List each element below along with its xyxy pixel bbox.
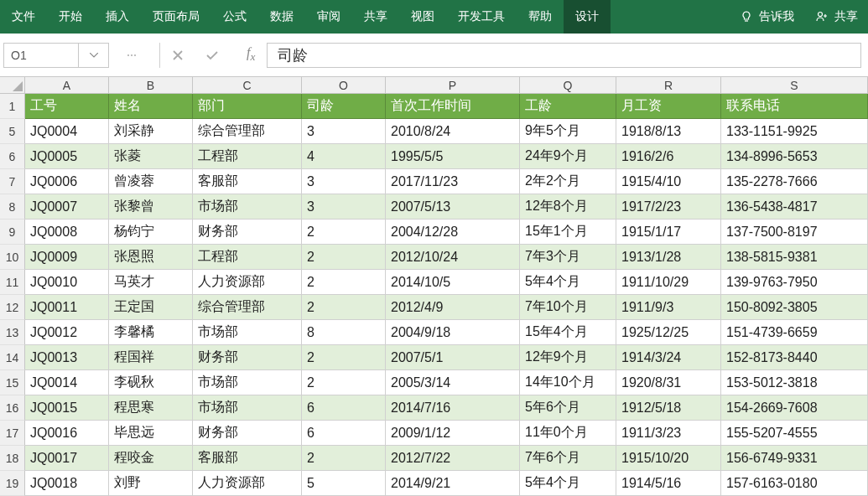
- cell[interactable]: 15年4个月: [520, 320, 616, 345]
- cell[interactable]: 人力资源部: [193, 270, 302, 295]
- row-header[interactable]: 19: [0, 471, 25, 496]
- ribbon-tab[interactable]: 帮助: [517, 0, 564, 34]
- cell[interactable]: 工程部: [193, 144, 302, 169]
- cell[interactable]: 5年6个月: [520, 395, 616, 421]
- table-header-cell[interactable]: 工龄: [520, 94, 616, 119]
- cell[interactable]: 5年4个月: [520, 471, 616, 496]
- row-header[interactable]: 10: [0, 245, 25, 270]
- cell[interactable]: 11年0个月: [520, 421, 616, 446]
- cell[interactable]: 135-2278-7666: [721, 169, 868, 194]
- column-header[interactable]: A: [25, 77, 109, 94]
- cell[interactable]: JQ0012: [25, 320, 109, 345]
- cell[interactable]: 6: [302, 421, 386, 446]
- cell[interactable]: 2: [302, 245, 386, 270]
- cell[interactable]: 155-5207-4555: [721, 421, 868, 446]
- row-header[interactable]: 8: [0, 194, 25, 220]
- cell[interactable]: 张黎曾: [109, 194, 193, 220]
- table-header-cell[interactable]: 姓名: [109, 94, 193, 119]
- ribbon-tab[interactable]: 开发工具: [446, 0, 517, 34]
- cell[interactable]: 李砚秋: [109, 370, 193, 395]
- cell[interactable]: JQ0017: [25, 446, 109, 471]
- cell[interactable]: 综合管理部: [193, 295, 302, 320]
- cell[interactable]: 4: [302, 144, 386, 169]
- cell[interactable]: 2014/9/21: [386, 471, 520, 496]
- row-header[interactable]: 16: [0, 395, 25, 421]
- column-header[interactable]: P: [386, 77, 520, 94]
- table-header-cell[interactable]: 首次工作时间: [386, 94, 520, 119]
- cell[interactable]: 138-5815-9381: [721, 245, 868, 270]
- cell[interactable]: 157-6163-0180: [721, 471, 868, 496]
- cell[interactable]: 1914/5/16: [616, 471, 721, 496]
- cell[interactable]: JQ0010: [25, 270, 109, 295]
- cell[interactable]: 李馨橘: [109, 320, 193, 345]
- row-header[interactable]: 1: [0, 94, 25, 119]
- cell[interactable]: 2007/5/13: [386, 194, 520, 220]
- ribbon-tab[interactable]: 共享: [352, 0, 399, 34]
- cell[interactable]: 2007/5/1: [386, 345, 520, 370]
- cell[interactable]: 5年4个月: [520, 270, 616, 295]
- cell[interactable]: JQ0018: [25, 471, 109, 496]
- row-header[interactable]: 13: [0, 320, 25, 345]
- table-header-cell[interactable]: 月工资: [616, 94, 721, 119]
- cell[interactable]: 2017/11/23: [386, 169, 520, 194]
- cell[interactable]: 2: [302, 270, 386, 295]
- cell[interactable]: 2: [302, 370, 386, 395]
- cell[interactable]: 财务部: [193, 220, 302, 245]
- ribbon-tab[interactable]: 开始: [47, 0, 94, 34]
- cell[interactable]: 1911/9/3: [616, 295, 721, 320]
- cell[interactable]: 市场部: [193, 395, 302, 421]
- cell[interactable]: JQ0005: [25, 144, 109, 169]
- cell[interactable]: 8: [302, 320, 386, 345]
- cell[interactable]: 2: [302, 295, 386, 320]
- expand-button[interactable]: [119, 43, 144, 68]
- cell[interactable]: 139-9763-7950: [721, 270, 868, 295]
- cell[interactable]: 3: [302, 194, 386, 220]
- row-header[interactable]: 15: [0, 370, 25, 395]
- cell[interactable]: 1916/2/6: [616, 144, 721, 169]
- cell[interactable]: 14年10个月: [520, 370, 616, 395]
- formula-input[interactable]: 司龄: [267, 43, 861, 68]
- cell[interactable]: 张菱: [109, 144, 193, 169]
- cell[interactable]: 2005/3/14: [386, 370, 520, 395]
- table-header-cell[interactable]: 工号: [25, 94, 109, 119]
- cell[interactable]: 1918/8/13: [616, 119, 721, 144]
- cell[interactable]: 市场部: [193, 370, 302, 395]
- cell[interactable]: 客服部: [193, 446, 302, 471]
- cell[interactable]: JQ0015: [25, 395, 109, 421]
- cell[interactable]: 2年2个月: [520, 169, 616, 194]
- row-header[interactable]: 5: [0, 119, 25, 144]
- ribbon-tab[interactable]: 公式: [211, 0, 258, 34]
- row-header[interactable]: 12: [0, 295, 25, 320]
- cell[interactable]: 154-2669-7608: [721, 395, 868, 421]
- cell[interactable]: 程咬金: [109, 446, 193, 471]
- cell[interactable]: 1920/8/31: [616, 370, 721, 395]
- table-header-cell[interactable]: 部门: [193, 94, 302, 119]
- cell[interactable]: 7年6个月: [520, 446, 616, 471]
- cell[interactable]: 150-8092-3805: [721, 295, 868, 320]
- cell[interactable]: 3: [302, 169, 386, 194]
- cell[interactable]: 2012/7/22: [386, 446, 520, 471]
- ribbon-tab[interactable]: 文件: [0, 0, 47, 34]
- cell[interactable]: 1911/3/23: [616, 421, 721, 446]
- cell[interactable]: 王定国: [109, 295, 193, 320]
- cell[interactable]: 2004/12/28: [386, 220, 520, 245]
- cell[interactable]: 2012/10/24: [386, 245, 520, 270]
- cancel-formula-button[interactable]: [159, 43, 185, 68]
- cell[interactable]: 2010/8/24: [386, 119, 520, 144]
- cell[interactable]: 1917/2/23: [616, 194, 721, 220]
- ribbon-tab[interactable]: 审阅: [305, 0, 352, 34]
- cell[interactable]: 133-1151-9925: [721, 119, 868, 144]
- cell[interactable]: 24年9个月: [520, 144, 616, 169]
- select-all-corner[interactable]: [0, 77, 25, 94]
- cell[interactable]: 毕思远: [109, 421, 193, 446]
- row-header[interactable]: 7: [0, 169, 25, 194]
- ribbon-tab[interactable]: 视图: [399, 0, 446, 34]
- cell[interactable]: 134-8996-5653: [721, 144, 868, 169]
- cell[interactable]: 1995/5/5: [386, 144, 520, 169]
- cell[interactable]: 9年5个月: [520, 119, 616, 144]
- cell[interactable]: 曾凌蓉: [109, 169, 193, 194]
- ribbon-tab[interactable]: 数据: [258, 0, 305, 34]
- cell[interactable]: 市场部: [193, 194, 302, 220]
- cell[interactable]: 153-5012-3818: [721, 370, 868, 395]
- cell[interactable]: 1913/1/28: [616, 245, 721, 270]
